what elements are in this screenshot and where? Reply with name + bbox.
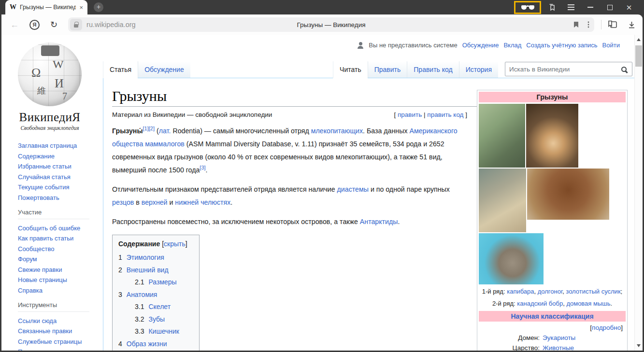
toc-item-2: 2Внешний вид <box>118 264 187 277</box>
site-subtitle: Материал из Википедии — свободной энцикл… <box>112 111 272 118</box>
lock-icon <box>74 24 78 28</box>
personal-bar: Вы не представились системе Обсуждение В… <box>357 42 620 49</box>
logo-tagline: Свободная энциклопедия <box>1 125 98 131</box>
search-icon[interactable] <box>621 67 627 72</box>
sidebar-item-contents[interactable]: Содержание <box>18 153 98 159</box>
minimize-button[interactable] <box>581 7 600 8</box>
collections-icon[interactable] <box>607 20 618 29</box>
user-icon <box>357 42 364 49</box>
more-options-icon[interactable] <box>587 21 589 28</box>
bookmark-flag-icon[interactable] <box>572 21 580 28</box>
table-of-contents: Содержание [скрыть] 1Этимология 2Внешний… <box>112 235 200 351</box>
tab-edit-source[interactable]: Править код <box>407 61 458 78</box>
reader-glasses-icon[interactable] <box>521 5 534 10</box>
paragraph-2: Отличительным признаком представителей о… <box>112 183 472 209</box>
sidebar-item-donate[interactable]: Пожертвовать <box>18 195 98 201</box>
toc-item-3-2: 3.2Зубы <box>118 313 187 326</box>
scrollbar-thumb[interactable] <box>635 45 642 67</box>
page-scrollbar[interactable] <box>634 35 643 351</box>
sidebar-item-random[interactable]: Случайная статья <box>18 174 98 180</box>
tab-close-icon[interactable]: × <box>79 4 83 11</box>
reload-button[interactable]: ↻ <box>50 19 57 30</box>
wiki-search-box <box>505 62 632 76</box>
search-input[interactable] <box>509 66 621 73</box>
toc-item-1: 1Этимология <box>118 252 187 264</box>
tab-read[interactable]: Читать <box>333 61 368 78</box>
maximize-button[interactable] <box>600 5 619 10</box>
browser-tab-bar: W Грызуны — Википедия × + ✕ <box>1 0 643 14</box>
close-icon: ✕ <box>626 4 632 11</box>
omnibox[interactable]: ru.wikipedia.org Грызуны — Википедия <box>68 17 594 32</box>
page-viewport: Ω W И 維 7 ВикипедиЯ Свободная энциклопед… <box>1 35 643 351</box>
sidebar-item-new-pages[interactable]: Новые страницы <box>18 277 98 283</box>
paragraph-3: Распространены повсеместно, за исключени… <box>112 215 472 228</box>
sidebar-item-main-page[interactable]: Заглавная страница <box>18 142 98 149</box>
browser-window: W Грызуны — Википедия × + ✕ <box>0 0 644 352</box>
anon-notice: Вы не представились системе <box>369 42 457 49</box>
ground-squirrel-image[interactable] <box>479 169 526 232</box>
beaver-image[interactable] <box>527 169 609 220</box>
new-tab-button[interactable]: + <box>94 2 103 12</box>
browser-menu-button[interactable] <box>561 4 581 10</box>
download-icon[interactable] <box>628 21 636 29</box>
sidebar-item-special-pages[interactable]: Служебные страницы <box>18 338 98 345</box>
sidebar-item-forum[interactable]: Форум <box>18 256 98 262</box>
personal-link-talk[interactable]: Обсуждение <box>462 42 499 49</box>
personal-link-login[interactable]: Войти <box>602 42 620 49</box>
url-text[interactable]: ru.wikipedia.org <box>86 21 136 28</box>
tab-discussion[interactable]: Обсуждение <box>138 61 190 78</box>
sidebar-item-how-to-edit[interactable]: Как править статьи <box>18 235 98 241</box>
sidebar-item-related-changes[interactable]: Связанные правки <box>18 328 98 334</box>
wikipedia-globe-logo[interactable]: Ω W И 維 7 <box>18 42 82 106</box>
minimize-icon <box>587 7 593 8</box>
highlight-box <box>514 1 541 14</box>
hamburger-icon <box>568 4 574 10</box>
sidebar-item-help[interactable]: Справка <box>18 287 98 294</box>
sidebar-item-recent-changes[interactable]: Свежие правки <box>18 267 98 273</box>
sidebar-header-tools: Инструменты <box>18 301 89 312</box>
collage-caption-row1: 1-й ряд: капибара, долгоног, золотистый … <box>481 287 624 296</box>
toc-item-2-1: 2.1Размеры <box>118 276 187 289</box>
sidebar-item-permanent-link[interactable]: Постоянная ссылка <box>18 349 98 351</box>
taxo-row-kingdom: Царство: Животные <box>479 343 626 351</box>
tab-groups-button[interactable] <box>542 3 561 12</box>
yandex-button[interactable]: Я <box>29 20 40 30</box>
toc-toggle: [скрыть] <box>162 240 187 248</box>
toc-item-3: 3Анатомия <box>118 289 187 301</box>
sidebar-item-current-events[interactable]: Текущие события <box>18 184 98 190</box>
sidebar-item-what-links-here[interactable]: Ссылки сюда <box>18 318 98 324</box>
browser-tab[interactable]: W Грызуны — Википедия × <box>5 0 87 14</box>
sidebar-item-community[interactable]: Сообщество <box>18 246 98 252</box>
address-bar: ← Я ↻ ru.wikipedia.org Грызуны — Википед… <box>1 14 643 35</box>
scroll-down-button[interactable] <box>637 344 641 347</box>
article-content: Грызуны 1-й ряд: капибара, долгоног, зол… <box>103 78 634 351</box>
sidebar-header-participation: Участие <box>18 209 89 219</box>
collage-caption-row2: 2-й ряд: канадский бобр, домовая мышь. <box>481 299 624 309</box>
paragraph-1: Грызуны́[1][2] (лат. Rodentia) — самый м… <box>112 125 472 177</box>
personal-link-create-account[interactable]: Создать учётную запись <box>526 42 597 49</box>
back-button[interactable]: ← <box>10 20 19 30</box>
rodent-collage <box>479 104 626 284</box>
personal-link-contributions[interactable]: Вклад <box>503 42 521 49</box>
tab-article[interactable]: Статья <box>103 61 138 78</box>
house-mouse-image[interactable] <box>479 233 544 284</box>
tab-edit[interactable]: Править <box>368 61 407 78</box>
tab-history[interactable]: История <box>459 61 498 78</box>
taxo-row-domain: Домен: Эукариоты <box>479 333 626 343</box>
sidebar-nav: Заглавная страница Содержание Избранные … <box>18 142 98 351</box>
sidebar-item-featured[interactable]: Избранные статьи <box>18 163 98 169</box>
tab-groups-icon <box>548 3 556 12</box>
toc-title: Содержание <box>118 240 160 248</box>
sidebar-item-report-error[interactable]: Сообщить об ошибке <box>18 225 98 231</box>
toc-item-4-1: 4.1Питание <box>118 350 187 351</box>
taxobox: Грызуны 1-й ряд: капибара, долгоног, зол… <box>477 90 628 351</box>
springhare-image[interactable] <box>526 104 578 168</box>
wikipedia-favicon: W <box>10 3 16 11</box>
wikipedia-wordmark[interactable]: ВикипедиЯ <box>1 111 98 124</box>
scroll-up-button[interactable] <box>637 38 641 41</box>
article-tabs-row: Статья Обсуждение Читать Править Править… <box>103 61 634 78</box>
taxobox-title: Грызуны <box>479 92 626 102</box>
capybara-image[interactable] <box>479 104 525 168</box>
site-security-badge[interactable] <box>70 19 82 30</box>
close-window-button[interactable]: ✕ <box>619 4 639 11</box>
